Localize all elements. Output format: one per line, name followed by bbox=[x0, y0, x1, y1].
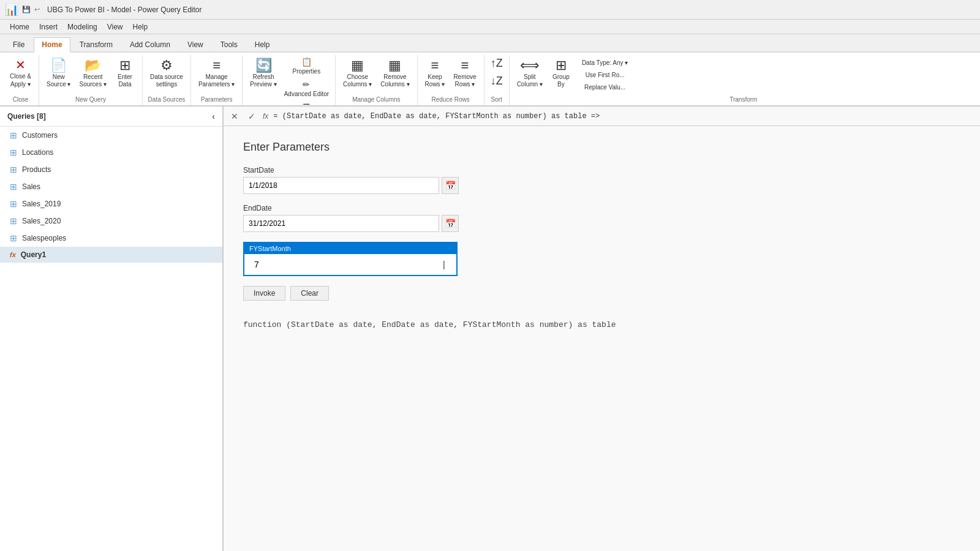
menu-insert[interactable]: Insert bbox=[34, 21, 62, 32]
enter-data-icon: ⊞ bbox=[119, 58, 130, 73]
tab-add-column[interactable]: Add Column bbox=[122, 37, 178, 51]
query-label-sales: Sales bbox=[22, 182, 40, 191]
ribbon-group-reduce-rows-label: Reduce Rows bbox=[421, 95, 480, 105]
tab-transform[interactable]: Transform bbox=[72, 37, 121, 51]
choose-columns-icon: ▦ bbox=[351, 58, 364, 73]
recent-sources-button[interactable]: 📂 RecentSources ▾ bbox=[75, 55, 110, 91]
formula-signature: function (StartDate as date, EndDate as … bbox=[243, 320, 960, 329]
queries-label: Queries [8] bbox=[7, 112, 46, 121]
new-source-icon: 📄 bbox=[50, 58, 67, 73]
ribbon-group-data-sources: ⚙ Data sourcesettings Data Sources bbox=[143, 55, 191, 105]
ribbon-group-parameters: ≡ ManageParameters ▾ Parameters bbox=[191, 55, 243, 105]
query-item-query1[interactable]: fx Query1 bbox=[0, 247, 222, 263]
close-apply-button[interactable]: ✕ Close &Apply ▾ bbox=[6, 55, 35, 91]
undo-icon: ↩ bbox=[34, 6, 40, 13]
query-item-sales[interactable]: ⊞ Sales bbox=[0, 178, 222, 195]
ribbon-group-new-query-label: New Query bbox=[43, 95, 138, 105]
tab-file[interactable]: File bbox=[5, 37, 32, 51]
ribbon-group-sort: ↑Z ↓Z Sort bbox=[484, 55, 510, 105]
fystartmonth-input-row: | bbox=[244, 254, 456, 275]
ribbon-group-close-label: Close bbox=[6, 95, 35, 105]
new-source-button[interactable]: 📄 NewSource ▾ bbox=[43, 55, 74, 91]
split-column-button[interactable]: ⟺ SplitColumn ▾ bbox=[513, 55, 546, 91]
table-icon-sales: ⊞ bbox=[10, 182, 17, 192]
startdate-calendar-button[interactable]: 📅 bbox=[442, 177, 459, 194]
sidebar-collapse-button[interactable]: ‹ bbox=[212, 111, 215, 121]
menu-modeling[interactable]: Modeling bbox=[62, 21, 102, 32]
advanced-editor-button[interactable]: ✏ Advanced Editor bbox=[282, 78, 331, 99]
title-bar: 📊 💾 ↩ UBG To Power BI - Model - Power Qu… bbox=[0, 0, 980, 20]
sort-asc-button[interactable]: ↑Z bbox=[488, 55, 505, 72]
properties-button[interactable]: 📋 Properties bbox=[282, 55, 331, 77]
remove-rows-button[interactable]: ≡ RemoveRows ▾ bbox=[450, 55, 480, 91]
table-icon-products: ⊞ bbox=[10, 165, 17, 174]
table-icon-customers: ⊞ bbox=[10, 130, 17, 140]
use-first-row-button[interactable]: Use First Ro... bbox=[579, 70, 630, 80]
ribbon-group-data-sources-label: Data Sources bbox=[146, 95, 187, 105]
menu-bar: Home Insert Modeling View Help bbox=[0, 20, 980, 34]
query-label-query1: Query1 bbox=[21, 250, 46, 259]
enddate-input-row: 📅 bbox=[243, 215, 960, 232]
data-source-settings-button[interactable]: ⚙ Data sourcesettings bbox=[146, 55, 187, 91]
query-label-customers: Customers bbox=[22, 131, 58, 140]
menu-home[interactable]: Home bbox=[5, 21, 34, 32]
ribbon-group-query: 🔄 RefreshPreview ▾ 📋 Properties ✏ Advanc… bbox=[243, 55, 336, 105]
refresh-preview-button[interactable]: 🔄 RefreshPreview ▾ bbox=[246, 55, 280, 91]
replace-values-button[interactable]: Replace Valu... bbox=[579, 82, 630, 92]
param-group-fystartmonth: FYStartMonth | bbox=[243, 242, 960, 276]
refresh-preview-icon: 🔄 bbox=[255, 58, 272, 73]
ribbon-tab-bar: File Home Transform Add Column View Tool… bbox=[0, 34, 980, 53]
ribbon-group-close: ✕ Close &Apply ▾ Close bbox=[2, 55, 39, 105]
table-icon-salespeoples: ⊞ bbox=[10, 233, 17, 243]
formula-input[interactable] bbox=[273, 112, 975, 121]
sort-desc-button[interactable]: ↓Z bbox=[488, 73, 505, 89]
query-item-locations[interactable]: ⊞ Locations bbox=[0, 144, 222, 161]
query-item-customers[interactable]: ⊞ Customers bbox=[0, 127, 222, 144]
content-area: Enter Parameters StartDate 📅 EndDate 📅 bbox=[224, 126, 980, 551]
group-by-button[interactable]: ⊞ GroupBy bbox=[548, 55, 575, 91]
invoke-clear-row: Invoke Clear bbox=[243, 286, 960, 301]
table-icon-sales-2019: ⊞ bbox=[10, 199, 17, 209]
menu-view[interactable]: View bbox=[102, 21, 128, 32]
sort-desc-icon: ↓Z bbox=[491, 74, 503, 88]
query-item-sales-2020[interactable]: ⊞ Sales_2020 bbox=[0, 212, 222, 230]
fx-icon-query1: fx bbox=[10, 251, 16, 258]
fystartmonth-group-border: FYStartMonth | bbox=[243, 242, 458, 276]
table-icon-locations: ⊞ bbox=[10, 148, 17, 157]
enddate-calendar-button[interactable]: 📅 bbox=[442, 215, 459, 232]
recent-sources-icon: 📂 bbox=[85, 58, 101, 73]
sidebar-header: Queries [8] ‹ bbox=[0, 107, 222, 127]
startdate-input[interactable] bbox=[243, 177, 439, 194]
manage-parameters-button[interactable]: ≡ ManageParameters ▾ bbox=[195, 55, 238, 91]
menu-help[interactable]: Help bbox=[128, 21, 153, 32]
query-item-sales-2019[interactable]: ⊞ Sales_2019 bbox=[0, 195, 222, 212]
query-label-products: Products bbox=[22, 165, 51, 174]
remove-columns-button[interactable]: ▦ RemoveColumns ▾ bbox=[377, 55, 413, 91]
keep-rows-button[interactable]: ≡ KeepRows ▾ bbox=[421, 55, 449, 91]
ribbon-group-reduce-rows: ≡ KeepRows ▾ ≡ RemoveRows ▾ Reduce Rows bbox=[418, 55, 484, 105]
enddate-input[interactable] bbox=[243, 215, 439, 232]
remove-columns-icon: ▦ bbox=[388, 58, 401, 73]
enter-data-button[interactable]: ⊞ EnterData bbox=[111, 55, 138, 91]
startdate-input-row: 📅 bbox=[243, 177, 960, 194]
startdate-label: StartDate bbox=[243, 166, 960, 174]
tab-home[interactable]: Home bbox=[34, 37, 70, 53]
query-item-salespeoples[interactable]: ⊞ Salespeoples bbox=[0, 230, 222, 247]
choose-columns-button[interactable]: ▦ ChooseColumns ▾ bbox=[339, 55, 375, 91]
invoke-button[interactable]: Invoke bbox=[243, 286, 285, 301]
right-panel: ✕ ✓ fx Enter Parameters StartDate 📅 EndD… bbox=[224, 107, 980, 551]
tab-tools[interactable]: Tools bbox=[213, 37, 246, 51]
app-icon: 📊 bbox=[5, 3, 18, 17]
query-item-products[interactable]: ⊞ Products bbox=[0, 161, 222, 178]
fystartmonth-input[interactable] bbox=[249, 257, 443, 272]
manage-parameters-icon: ≡ bbox=[213, 58, 221, 73]
enddate-label: EndDate bbox=[243, 204, 960, 212]
ribbon-group-new-query: 📄 NewSource ▾ 📂 RecentSources ▾ ⊞ EnterD… bbox=[39, 55, 143, 105]
data-type-button[interactable]: Data Type: Any ▾ bbox=[579, 58, 630, 68]
formula-cancel-button[interactable]: ✕ bbox=[228, 110, 241, 122]
clear-button[interactable]: Clear bbox=[290, 286, 329, 301]
formula-confirm-button[interactable]: ✓ bbox=[246, 110, 258, 122]
tab-help[interactable]: Help bbox=[247, 37, 278, 51]
tab-view[interactable]: View bbox=[179, 37, 211, 51]
group-by-icon: ⊞ bbox=[556, 58, 567, 73]
